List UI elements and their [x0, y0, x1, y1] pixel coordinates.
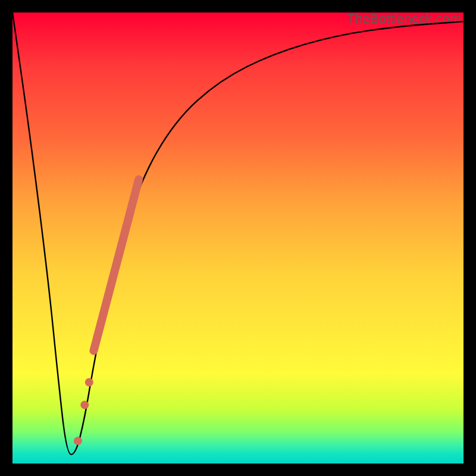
chart-frame: TheBottleneck.com: [0, 0, 476, 476]
svg-line-0: [93, 179, 139, 350]
svg-point-3: [85, 378, 93, 387]
svg-point-2: [74, 437, 82, 445]
data-markers: [74, 179, 139, 445]
svg-point-1: [80, 400, 89, 409]
bottleneck-curve: [12, 12, 464, 464]
plot-area: TheBottleneck.com: [12, 12, 464, 464]
